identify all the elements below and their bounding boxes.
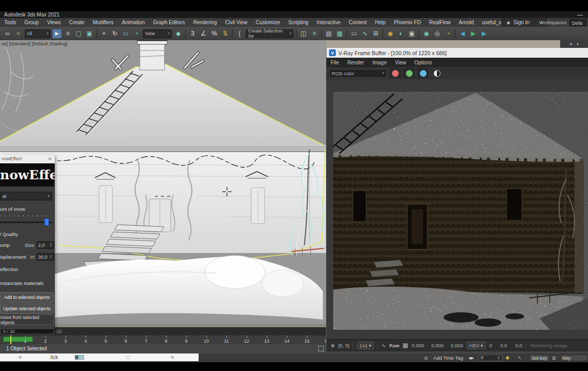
material-editor-icon[interactable]: ◉ — [385, 29, 395, 39]
height-spinner[interactable]: 30,0 ⇕ — [37, 253, 54, 261]
render-iterative-icon[interactable]: ◎ — [432, 29, 442, 39]
set-key-cursor-icon[interactable]: ↖ — [518, 353, 522, 362]
menu-item-civil-view[interactable]: Civil View — [221, 18, 252, 27]
select-by-name-icon[interactable]: ≡ — [63, 29, 73, 39]
menu-item-help[interactable]: Help — [371, 18, 390, 27]
chevron-down-icon[interactable]: ▾ — [577, 42, 579, 46]
snoweffect-titlebar[interactable]: nowEffect ✕ — [0, 155, 55, 163]
menu-item-interactive[interactable]: Interactive — [313, 18, 345, 27]
menu-item-group[interactable]: Group — [20, 18, 43, 27]
close-icon[interactable]: ✕ — [48, 155, 52, 163]
timeline-tick-4[interactable]: 4 — [78, 335, 93, 341]
mirror-icon[interactable]: ◫ — [299, 29, 308, 39]
menu-item-arnold[interactable]: Arnold — [455, 18, 478, 27]
timeline-tick-9[interactable]: 9 — [178, 335, 194, 341]
isolate-selection-icon[interactable] — [318, 346, 324, 351]
select-object-icon[interactable]: ► — [52, 29, 62, 39]
align-icon[interactable]: ≡ — [309, 29, 319, 39]
timeline-tick-3[interactable]: 3 — [58, 335, 73, 341]
menu-item-phoenix-fd[interactable]: Phoenix FD — [390, 18, 425, 27]
key-filters-button[interactable]: Key Filters... — [560, 355, 588, 361]
menu-item-views[interactable]: Views — [43, 18, 65, 27]
menu-item-content[interactable]: Content — [345, 18, 371, 27]
vfb-menu-render[interactable]: Render — [343, 60, 368, 65]
select-and-move-icon[interactable]: + — [99, 29, 109, 39]
next-frame-button[interactable]: > — [56, 328, 63, 334]
playback-prev-icon[interactable]: ◀ — [458, 29, 467, 39]
timeline-tick-15[interactable]: 15 — [299, 335, 315, 341]
timeline-tick-6[interactable]: 6 — [118, 335, 134, 341]
ribbon-icon[interactable]: ▭ — [349, 29, 359, 39]
percent-snap-icon[interactable]: % — [209, 29, 219, 39]
frame-step-arrows-icon[interactable]: ◀▶ — [468, 353, 474, 362]
select-and-scale-icon[interactable]: ▭ — [121, 29, 130, 39]
render-setup-icon[interactable]: ◐ — [396, 29, 406, 39]
hsv-dropdown[interactable]: HSV ▾ — [467, 342, 486, 349]
menu-item-modifiers[interactable]: Modifiers — [89, 18, 118, 27]
angle-snap-icon[interactable]: ∠ — [199, 29, 208, 39]
window-crossing-icon[interactable]: ▣ — [85, 29, 94, 39]
spinner-arrows-icon[interactable]: ⇕ — [49, 243, 53, 247]
snap-toggle-3d-icon[interactable]: 3 — [188, 29, 198, 39]
select-and-place-icon[interactable]: ◔ — [132, 29, 141, 39]
snow-button-update-selected-objects[interactable]: Update selected objects — [0, 303, 54, 314]
timeline-tick-12[interactable]: 12 — [239, 335, 254, 341]
set-key-button[interactable]: Set Key — [529, 355, 550, 361]
schematic-view-icon[interactable]: ⊞ — [371, 29, 381, 39]
selection-region-icon[interactable]: ▢ — [74, 29, 84, 39]
minimize-button[interactable]: — — [577, 11, 583, 18]
scene-explorer-icon[interactable]: ▤ — [324, 29, 334, 39]
unlink-selection-icon[interactable]: ≈ — [13, 29, 23, 39]
timeline-tick-11[interactable]: 11 — [219, 335, 234, 341]
frame-spinner[interactable]: 0 ⇕ — [479, 355, 502, 361]
timeline-tick-13[interactable]: 13 — [259, 335, 274, 341]
selection-filter-dropdown[interactable]: All▾ — [25, 29, 51, 38]
spinner-arrows-icon[interactable]: ⇕ — [497, 353, 500, 362]
vfb-title-bar[interactable]: V V-Ray Frame Buffer - [100.0% of 1220 x… — [326, 48, 588, 58]
add-time-tag[interactable]: Add Time Tag — [433, 353, 463, 362]
add-view-icon[interactable]: + — [569, 41, 573, 47]
named-selection-dropdown[interactable]: Create Selection Se▾ — [246, 29, 293, 38]
vfb-menu-file[interactable]: File — [326, 60, 343, 65]
zoom-dropdown[interactable]: 1x1 ▾ — [357, 342, 374, 349]
reference-coordinate-dropdown[interactable]: View▾ — [143, 29, 172, 38]
timeline-tick-1[interactable]: 1 — [18, 335, 33, 341]
timeline-tick-14[interactable]: 14 — [279, 335, 295, 341]
blue-channel-button[interactable] — [417, 68, 429, 78]
select-and-link-icon[interactable]: ∞ — [3, 29, 12, 39]
mono-channel-button[interactable] — [431, 68, 443, 78]
menu-item-animation[interactable]: Animation — [118, 18, 149, 27]
timeline-tick-7[interactable]: 7 — [138, 335, 154, 341]
timeline-ruler[interactable]: 12345678910111213141516 — [0, 335, 326, 344]
menu-item-customize[interactable]: Customize — [252, 18, 284, 27]
menu-item-graph-editors[interactable]: Graph Editors — [149, 18, 189, 27]
vfb-menu-image[interactable]: Image — [368, 60, 391, 65]
snow-amount-slider[interactable] — [0, 218, 52, 226]
slider-handle[interactable] — [44, 218, 49, 226]
green-channel-button[interactable] — [403, 68, 415, 78]
red-channel-button[interactable] — [389, 68, 401, 78]
menu-item-scripting[interactable]: Scripting — [284, 18, 313, 27]
key-filter-icon[interactable]: ≣ — [552, 353, 556, 362]
viewport-label[interactable]: ve] [Standard] [Default Shading] — [2, 41, 68, 46]
timeline-tick-8[interactable]: 8 — [158, 335, 174, 341]
menu-item-tools[interactable]: Tools — [0, 18, 20, 27]
layer-manager-icon[interactable]: ▦ — [335, 29, 345, 39]
overlay-close-icon[interactable]: ✕ — [18, 353, 22, 361]
timeline-tick-10[interactable]: 10 — [199, 335, 214, 341]
raw-checkbox[interactable] — [403, 343, 408, 348]
rendered-frame-icon[interactable]: ▣ — [407, 29, 417, 39]
workspaces-value[interactable]: Defa — [569, 19, 587, 26]
vfb-menu-view[interactable]: View — [391, 60, 411, 65]
playback-play-icon[interactable]: ▶ — [468, 29, 478, 39]
render-production-icon[interactable]: ◉ — [421, 29, 431, 39]
edit-named-selection-icon[interactable]: { — [235, 29, 244, 39]
snow-button-add-to-selected-objects[interactable]: Add to selected objects — [0, 292, 54, 302]
menu-item-realflow[interactable]: RealFlow — [425, 18, 455, 27]
snow-preset-dropdown[interactable]: al ▾ — [0, 192, 52, 200]
spinner-snap-icon[interactable]: ⇅ — [220, 29, 230, 39]
size-spinner[interactable]: 2,0 ⇕ — [37, 241, 54, 249]
menu-item-create[interactable]: Create — [65, 18, 89, 27]
menu-item-rendering[interactable]: Rendering — [189, 18, 221, 27]
workspaces-control[interactable]: Workspaces: Defa — [539, 18, 588, 27]
